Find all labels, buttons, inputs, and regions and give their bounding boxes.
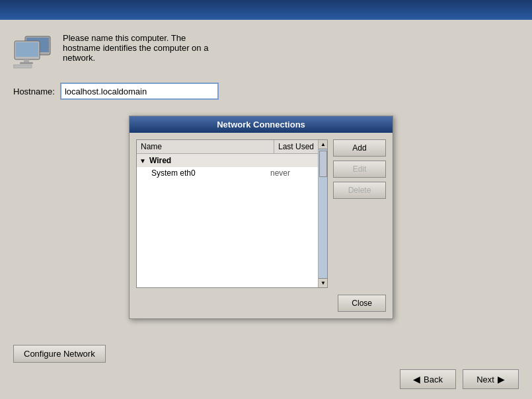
svg-rect-3 <box>16 42 38 57</box>
next-arrow-icon: ▶ <box>498 374 505 384</box>
col-name-header: Name <box>137 140 274 153</box>
network-connections-dialog: Network Connections Name Last Used ▼ Wir… <box>129 116 393 319</box>
delete-button[interactable]: Delete <box>333 182 386 199</box>
table-row[interactable]: System eth0 never <box>137 167 327 179</box>
add-button[interactable]: Add <box>333 139 386 157</box>
edit-button[interactable]: Edit <box>333 161 386 178</box>
svg-rect-5 <box>20 62 33 64</box>
hostname-label: Hostname: <box>13 87 55 96</box>
scroll-thumb[interactable] <box>319 151 327 177</box>
configure-network-button[interactable]: Configure Network <box>13 345 106 363</box>
computer-icon <box>13 33 53 69</box>
top-bar <box>0 0 532 20</box>
scroll-down-btn[interactable]: ▼ <box>319 278 328 287</box>
connections-table: Name Last Used ▼ Wired System eth0 never <box>136 139 328 288</box>
connection-name: System eth0 <box>151 168 270 178</box>
back-button[interactable]: ◀ Back <box>400 369 456 389</box>
category-wired: ▼ Wired <box>137 154 327 167</box>
connection-last-used: never <box>270 168 323 178</box>
dialog-action-buttons: Add Edit Delete <box>333 139 386 288</box>
back-label: Back <box>424 375 443 384</box>
header-section: Please name this computer. The hostname … <box>13 33 519 69</box>
svg-rect-6 <box>13 65 32 68</box>
hostname-input[interactable] <box>60 83 219 100</box>
header-description: Please name this computer. The hostname … <box>63 33 208 63</box>
hostname-row: Hostname: <box>13 83 519 100</box>
triangle-icon: ▼ <box>139 157 146 164</box>
next-button[interactable]: Next ▶ <box>463 369 519 389</box>
close-button[interactable]: Close <box>338 295 386 312</box>
scroll-up-btn[interactable]: ▲ <box>319 140 328 149</box>
back-arrow-icon: ◀ <box>413 374 420 384</box>
navigation-buttons: ◀ Back Next ▶ <box>400 369 519 389</box>
dialog-title: Network Connections <box>130 116 393 133</box>
next-label: Next <box>476 375 494 384</box>
table-header: Name Last Used <box>137 140 327 154</box>
